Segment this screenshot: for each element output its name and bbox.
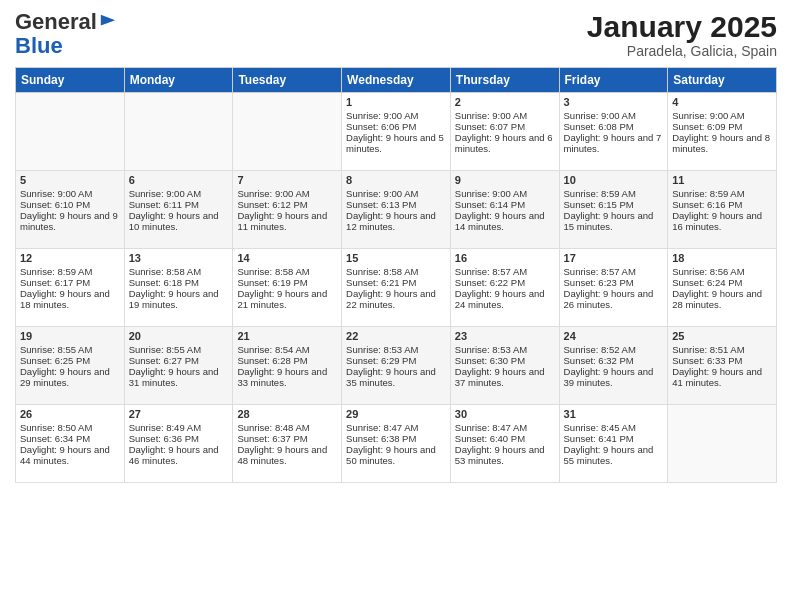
day-number: 15: [346, 252, 446, 264]
calendar-cell: 10 Sunrise: 8:59 AM Sunset: 6:15 PM Dayl…: [559, 171, 668, 249]
sunrise: Sunrise: 8:58 AM: [237, 266, 309, 277]
sunset: Sunset: 6:24 PM: [672, 277, 742, 288]
sunrise: Sunrise: 8:57 AM: [455, 266, 527, 277]
calendar-cell: 24 Sunrise: 8:52 AM Sunset: 6:32 PM Dayl…: [559, 327, 668, 405]
title-block: January 2025 Paradela, Galicia, Spain: [587, 10, 777, 59]
day-number: 31: [564, 408, 664, 420]
calendar-cell: 17 Sunrise: 8:57 AM Sunset: 6:23 PM Dayl…: [559, 249, 668, 327]
day-number: 20: [129, 330, 229, 342]
daylight: Daylight: 9 hours and 9 minutes.: [20, 210, 118, 232]
calendar-cell: 11 Sunrise: 8:59 AM Sunset: 6:16 PM Dayl…: [668, 171, 777, 249]
sunset: Sunset: 6:23 PM: [564, 277, 634, 288]
day-number: 11: [672, 174, 772, 186]
calendar-cell: 13 Sunrise: 8:58 AM Sunset: 6:18 PM Dayl…: [124, 249, 233, 327]
day-number: 29: [346, 408, 446, 420]
sunrise: Sunrise: 8:48 AM: [237, 422, 309, 433]
day-number: 6: [129, 174, 229, 186]
sunrise: Sunrise: 8:53 AM: [455, 344, 527, 355]
day-number: 9: [455, 174, 555, 186]
calendar-cell: 27 Sunrise: 8:49 AM Sunset: 6:36 PM Dayl…: [124, 405, 233, 483]
calendar-cell: 7 Sunrise: 9:00 AM Sunset: 6:12 PM Dayli…: [233, 171, 342, 249]
sunset: Sunset: 6:16 PM: [672, 199, 742, 210]
sunset: Sunset: 6:22 PM: [455, 277, 525, 288]
calendar-table: Sunday Monday Tuesday Wednesday Thursday…: [15, 67, 777, 483]
sunset: Sunset: 6:10 PM: [20, 199, 90, 210]
day-number: 22: [346, 330, 446, 342]
day-number: 27: [129, 408, 229, 420]
sunset: Sunset: 6:17 PM: [20, 277, 90, 288]
sunset: Sunset: 6:15 PM: [564, 199, 634, 210]
day-number: 24: [564, 330, 664, 342]
sunset: Sunset: 6:14 PM: [455, 199, 525, 210]
sunset: Sunset: 6:21 PM: [346, 277, 416, 288]
calendar-cell: [124, 93, 233, 171]
calendar-cell: 2 Sunrise: 9:00 AM Sunset: 6:07 PM Dayli…: [450, 93, 559, 171]
calendar-cell: 19 Sunrise: 8:55 AM Sunset: 6:25 PM Dayl…: [16, 327, 125, 405]
daylight: Daylight: 9 hours and 5 minutes.: [346, 132, 444, 154]
sunrise: Sunrise: 9:00 AM: [20, 188, 92, 199]
calendar-cell: [233, 93, 342, 171]
sunset: Sunset: 6:07 PM: [455, 121, 525, 132]
daylight: Daylight: 9 hours and 53 minutes.: [455, 444, 545, 466]
day-number: 28: [237, 408, 337, 420]
day-number: 16: [455, 252, 555, 264]
header-row: Sunday Monday Tuesday Wednesday Thursday…: [16, 68, 777, 93]
calendar-cell: 5 Sunrise: 9:00 AM Sunset: 6:10 PM Dayli…: [16, 171, 125, 249]
sunrise: Sunrise: 8:59 AM: [564, 188, 636, 199]
day-number: 2: [455, 96, 555, 108]
calendar-cell: 16 Sunrise: 8:57 AM Sunset: 6:22 PM Dayl…: [450, 249, 559, 327]
week-row-5: 26 Sunrise: 8:50 AM Sunset: 6:34 PM Dayl…: [16, 405, 777, 483]
daylight: Daylight: 9 hours and 6 minutes.: [455, 132, 553, 154]
sunrise: Sunrise: 8:56 AM: [672, 266, 744, 277]
main-container: General Blue January 2025 Paradela, Gali…: [0, 0, 792, 488]
calendar-cell: 31 Sunrise: 8:45 AM Sunset: 6:41 PM Dayl…: [559, 405, 668, 483]
sunrise: Sunrise: 8:58 AM: [346, 266, 418, 277]
day-number: 1: [346, 96, 446, 108]
sunset: Sunset: 6:08 PM: [564, 121, 634, 132]
sunset: Sunset: 6:29 PM: [346, 355, 416, 366]
sunset: Sunset: 6:13 PM: [346, 199, 416, 210]
col-thursday: Thursday: [450, 68, 559, 93]
month-title: January 2025: [587, 10, 777, 43]
daylight: Daylight: 9 hours and 19 minutes.: [129, 288, 219, 310]
sunrise: Sunrise: 8:49 AM: [129, 422, 201, 433]
daylight: Daylight: 9 hours and 28 minutes.: [672, 288, 762, 310]
week-row-3: 12 Sunrise: 8:59 AM Sunset: 6:17 PM Dayl…: [16, 249, 777, 327]
daylight: Daylight: 9 hours and 50 minutes.: [346, 444, 436, 466]
sunrise: Sunrise: 8:52 AM: [564, 344, 636, 355]
col-wednesday: Wednesday: [342, 68, 451, 93]
calendar-cell: 25 Sunrise: 8:51 AM Sunset: 6:33 PM Dayl…: [668, 327, 777, 405]
sunset: Sunset: 6:19 PM: [237, 277, 307, 288]
sunrise: Sunrise: 8:45 AM: [564, 422, 636, 433]
day-number: 4: [672, 96, 772, 108]
sunrise: Sunrise: 9:00 AM: [564, 110, 636, 121]
sunrise: Sunrise: 8:54 AM: [237, 344, 309, 355]
logo-flag-icon: [99, 13, 117, 31]
sunrise: Sunrise: 8:53 AM: [346, 344, 418, 355]
sunset: Sunset: 6:30 PM: [455, 355, 525, 366]
daylight: Daylight: 9 hours and 11 minutes.: [237, 210, 327, 232]
daylight: Daylight: 9 hours and 31 minutes.: [129, 366, 219, 388]
daylight: Daylight: 9 hours and 15 minutes.: [564, 210, 654, 232]
calendar-cell: 28 Sunrise: 8:48 AM Sunset: 6:37 PM Dayl…: [233, 405, 342, 483]
day-number: 17: [564, 252, 664, 264]
calendar-cell: 21 Sunrise: 8:54 AM Sunset: 6:28 PM Dayl…: [233, 327, 342, 405]
sunrise: Sunrise: 9:00 AM: [455, 188, 527, 199]
calendar-cell: 9 Sunrise: 9:00 AM Sunset: 6:14 PM Dayli…: [450, 171, 559, 249]
sunrise: Sunrise: 8:47 AM: [455, 422, 527, 433]
calendar-cell: 18 Sunrise: 8:56 AM Sunset: 6:24 PM Dayl…: [668, 249, 777, 327]
calendar-cell: 8 Sunrise: 9:00 AM Sunset: 6:13 PM Dayli…: [342, 171, 451, 249]
logo-blue-text: Blue: [15, 34, 117, 58]
calendar-cell: 3 Sunrise: 9:00 AM Sunset: 6:08 PM Dayli…: [559, 93, 668, 171]
sunrise: Sunrise: 8:58 AM: [129, 266, 201, 277]
sunset: Sunset: 6:25 PM: [20, 355, 90, 366]
day-number: 8: [346, 174, 446, 186]
calendar-cell: 15 Sunrise: 8:58 AM Sunset: 6:21 PM Dayl…: [342, 249, 451, 327]
col-tuesday: Tuesday: [233, 68, 342, 93]
sunset: Sunset: 6:34 PM: [20, 433, 90, 444]
logo-general-text: General: [15, 10, 97, 34]
calendar-cell: 6 Sunrise: 9:00 AM Sunset: 6:11 PM Dayli…: [124, 171, 233, 249]
sunset: Sunset: 6:12 PM: [237, 199, 307, 210]
sunset: Sunset: 6:36 PM: [129, 433, 199, 444]
sunrise: Sunrise: 9:00 AM: [346, 188, 418, 199]
